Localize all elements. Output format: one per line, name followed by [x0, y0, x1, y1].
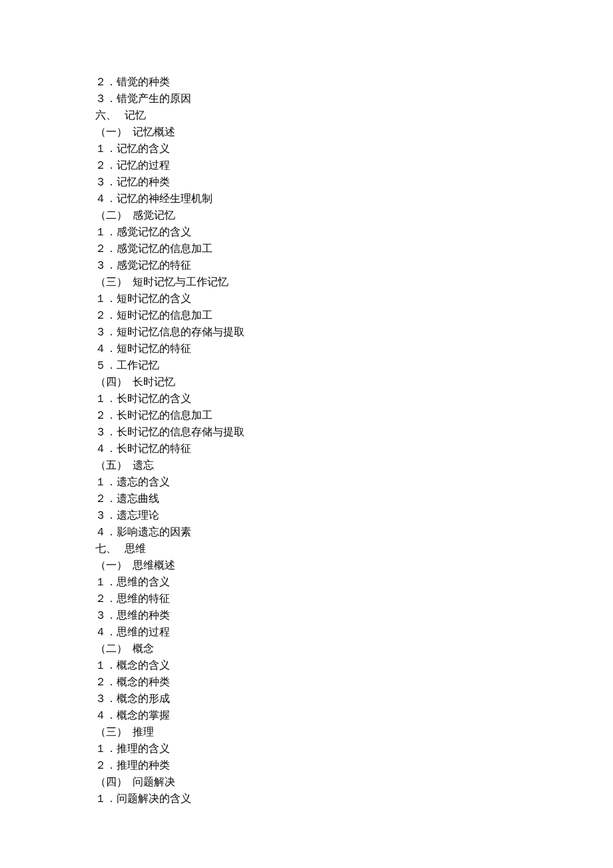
outline-line: １．长时记忆的含义	[95, 390, 613, 407]
outline-line: １．短时记忆的含义	[95, 290, 613, 307]
outline-line: ２．推理的种类	[95, 757, 613, 773]
outline-line: ３．思维的种类	[95, 607, 613, 623]
document-content: ２．错觉的种类３．错觉产生的原因六、 记忆（一） 记忆概述１．记忆的含义２．记忆…	[95, 73, 613, 807]
outline-line: ３．感觉记忆的特征	[95, 257, 613, 273]
outline-line: ２．记忆的过程	[95, 157, 613, 173]
outline-line: ２．感觉记忆的信息加工	[95, 240, 613, 257]
outline-line: （一） 记忆概述	[95, 123, 613, 140]
outline-line: ４．思维的过程	[95, 623, 613, 640]
outline-line: １．问题解决的含义	[95, 790, 613, 807]
outline-line: １．思维的含义	[95, 573, 613, 590]
outline-line: ４．概念的掌握	[95, 707, 613, 723]
outline-line: ４．记忆的神经生理机制	[95, 190, 613, 207]
outline-line: （二） 概念	[95, 640, 613, 657]
outline-line: １．感觉记忆的含义	[95, 223, 613, 240]
outline-line: ２．错觉的种类	[95, 73, 613, 90]
outline-line: （四） 长时记忆	[95, 373, 613, 390]
outline-line: ５．工作记忆	[95, 357, 613, 373]
outline-line: １．推理的含义	[95, 740, 613, 757]
outline-line: ４．短时记忆的特征	[95, 340, 613, 357]
outline-line: ２．概念的种类	[95, 673, 613, 690]
outline-line: ４．影响遗忘的因素	[95, 523, 613, 540]
outline-line: ３．概念的形成	[95, 690, 613, 707]
outline-line: １．遗忘的含义	[95, 473, 613, 490]
outline-line: ２．遗忘曲线	[95, 490, 613, 507]
outline-line: ３．遗忘理论	[95, 507, 613, 523]
outline-line: 七、 思维	[95, 540, 613, 557]
outline-line: （二） 感觉记忆	[95, 207, 613, 223]
outline-line: 六、 记忆	[95, 107, 613, 123]
outline-line: ４．长时记忆的特征	[95, 440, 613, 457]
outline-line: １．记忆的含义	[95, 140, 613, 157]
outline-line: ２．思维的特征	[95, 590, 613, 607]
outline-line: ３．长时记忆的信息存储与提取	[95, 423, 613, 440]
outline-line: ３．记忆的种类	[95, 173, 613, 190]
outline-line: ３．错觉产生的原因	[95, 90, 613, 107]
outline-line: （三） 短时记忆与工作记忆	[95, 273, 613, 290]
outline-line: （一） 思维概述	[95, 557, 613, 573]
outline-line: ３．短时记忆信息的存储与提取	[95, 323, 613, 340]
outline-line: ２．长时记忆的信息加工	[95, 407, 613, 423]
outline-line: １．概念的含义	[95, 657, 613, 673]
outline-line: ２．短时记忆的信息加工	[95, 307, 613, 323]
outline-line: （五） 遗忘	[95, 457, 613, 473]
outline-line: （四） 问题解决	[95, 773, 613, 790]
outline-line: （三） 推理	[95, 723, 613, 740]
